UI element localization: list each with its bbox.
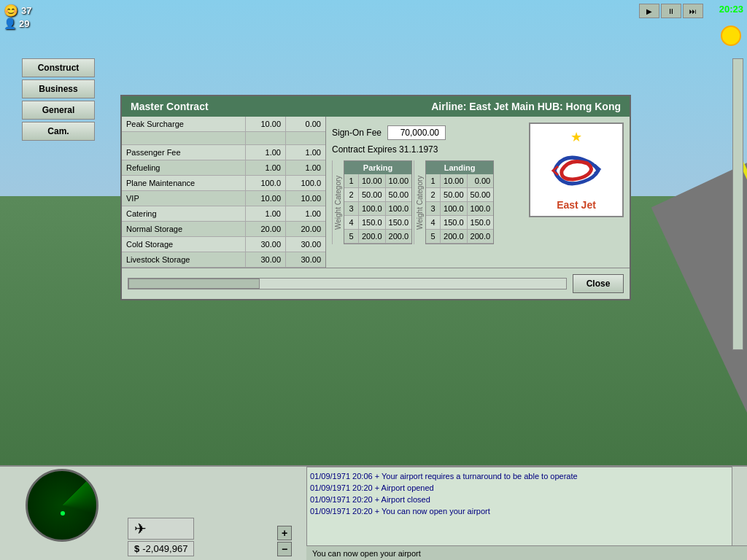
bottom-bar: ✈ $ -2,049,967 + − 01/09/1971 20:06 + Yo… (0, 465, 747, 560)
livestock-storage-val1: 30.00 (245, 252, 285, 267)
plane-maintenance-label: Plane Maintenance (122, 176, 245, 190)
weight-category-parking-label: Weight Category (332, 160, 344, 244)
population-icon: 👤 (4, 18, 16, 29)
parking-table: Parking 1 10.00 10.00 2 50.00 50.00 3 (344, 160, 412, 244)
livestock-storage-label: Livestock Storage (122, 252, 245, 267)
peak-surcharge-label: Peak Surcharge (122, 117, 245, 131)
dialog-body: Peak Surcharge 10.00 0.00 Passenger Fee … (122, 117, 630, 268)
right-scrollbar[interactable] (732, 58, 743, 350)
peak-surcharge-val1: 10.00 (245, 117, 285, 131)
zoom-out-button[interactable]: − (277, 542, 292, 556)
landing-table: Landing 1 10.00 0.00 2 50.00 50.00 3 (425, 160, 494, 244)
fee-row: 1 10.00 10.00 (344, 174, 411, 188)
scrollbar-thumb (128, 279, 260, 289)
table-row: Catering 1.00 1.00 (122, 206, 325, 222)
table-row: VIP 10.00 10.00 (122, 191, 325, 206)
construct-button[interactable]: Construct (22, 58, 95, 77)
fee-row: 5 200.0 200.0 (344, 230, 411, 244)
refueling-val2: 1.00 (285, 160, 325, 175)
sign-on-label: Sign-On Fee (332, 128, 382, 138)
normal-storage-val1: 20.00 (245, 222, 285, 236)
airplane-display: ✈ (128, 518, 194, 540)
population-value: 29 (19, 18, 29, 29)
status-bar: You can now open your airport (306, 545, 747, 560)
dialog-header: Master Contract Airline: East Jet Main H… (122, 96, 630, 117)
weight-category-landing-label: Weight Category (414, 160, 425, 244)
general-button[interactable]: General (22, 101, 95, 120)
landing-header: Landing (426, 161, 493, 174)
fee-row: 4 150.0 150.0 (426, 216, 493, 230)
time-display: 20:23 (719, 4, 743, 15)
catering-label: Catering (122, 206, 245, 221)
plane-maintenance-val2: 100.0 (285, 176, 325, 190)
passenger-fee-label: Passenger Fee (122, 145, 245, 160)
radar-sweep (28, 471, 96, 540)
table-row (122, 132, 325, 145)
forward-button[interactable]: ▶ (639, 4, 659, 18)
radar-dot (61, 511, 65, 516)
table-row: Plane Maintenance 100.0 100.0 (122, 176, 325, 191)
cold-storage-val1: 30.00 (245, 237, 285, 252)
cam-button[interactable]: Cam. (22, 122, 95, 141)
landing-section: Weight Category Landing 1 10.00 0.00 2 5… (414, 160, 494, 244)
sign-on-row: Sign-On Fee 70,000.00 (332, 125, 522, 140)
money-display: $ -2,049,967 (128, 541, 194, 556)
horizontal-scrollbar[interactable] (128, 278, 567, 289)
cold-storage-label: Cold Storage (122, 237, 245, 252)
zoom-in-button[interactable]: + (277, 526, 292, 540)
fast-forward-button[interactable]: ⏭ (683, 4, 703, 18)
table-row: Livestock Storage 30.00 30.00 (122, 252, 325, 268)
top-right-buttons: ▶ ⏸ ⏭ (639, 4, 703, 18)
left-sidebar: Construct Business General Cam. (22, 58, 95, 141)
pause-button[interactable]: ⏸ (661, 4, 681, 18)
table-row: Passenger Fee 1.00 1.00 (122, 145, 325, 160)
vip-label: VIP (122, 191, 245, 206)
star-icon: ★ (570, 129, 582, 145)
catering-val2: 1.00 (285, 206, 325, 221)
fee-row: 3 100.0 100.0 (426, 202, 493, 216)
parking-header: Parking (344, 161, 411, 174)
table-row: Peak Surcharge 10.00 0.00 (122, 117, 325, 132)
zoom-controls: + − (277, 526, 292, 556)
money-label: $ (134, 543, 139, 554)
normal-storage-label: Normal Storage (122, 222, 245, 236)
vip-val1: 10.00 (245, 191, 285, 206)
refueling-val1: 1.00 (245, 160, 285, 175)
fee-row: 3 100.0 100.0 (344, 202, 411, 216)
refueling-label: Refueling (122, 160, 245, 175)
right-info-section: ★ East Jet Sign-On F (326, 117, 630, 268)
parking-section: Weight Category Parking 1 10.00 10.00 2 … (332, 160, 412, 244)
happiness-value: 37 (21, 5, 31, 16)
dialog-title-right: Airline: East Jet Main HUB: Hong Kong (431, 101, 621, 112)
business-button[interactable]: Business (22, 79, 95, 98)
table-row: Cold Storage 30.00 30.00 (122, 237, 325, 252)
airline-logo-box: ★ East Jet (529, 122, 624, 217)
cold-storage-val2: 30.00 (285, 237, 325, 252)
livestock-storage-val2: 30.00 (285, 252, 325, 267)
passenger-fee-val2: 1.00 (285, 145, 325, 160)
airplane-icon: ✈ (134, 520, 147, 537)
happiness-icon: 😊 (4, 4, 18, 18)
bottom-controls: ✈ $ -2,049,967 (128, 518, 194, 556)
message-line-2: 01/09/1971 20:20 + Airport opened (310, 482, 729, 494)
left-fee-table: Peak Surcharge 10.00 0.00 Passenger Fee … (122, 117, 326, 268)
passenger-fee-val1: 1.00 (245, 145, 285, 160)
sun-icon (721, 26, 741, 46)
fee-row: 2 50.00 50.00 (344, 188, 411, 202)
fee-row: 1 10.00 0.00 (426, 174, 493, 188)
table-row: Normal Storage 20.00 20.00 (122, 222, 325, 237)
catering-val1: 1.00 (245, 206, 285, 221)
top-left-info: 😊 37 👤 29 (4, 4, 31, 29)
status-text: You can now open your airport (312, 549, 421, 558)
fee-row: 5 200.0 200.0 (426, 230, 493, 244)
airline-name: East Jet (557, 199, 596, 211)
dialog-bottom: Close (122, 268, 630, 299)
fee-row: 4 150.0 150.0 (344, 216, 411, 230)
money-value: -2,049,967 (142, 543, 187, 554)
plane-maintenance-val1: 100.0 (245, 176, 285, 190)
fee-row: 2 50.00 50.00 (426, 188, 493, 202)
message-line-1: 01/09/1971 20:06 + Your airport requires… (310, 470, 729, 482)
airline-logo-graphic (547, 145, 605, 196)
close-button[interactable]: Close (573, 274, 624, 293)
peak-surcharge-val2: 0.00 (285, 117, 325, 131)
